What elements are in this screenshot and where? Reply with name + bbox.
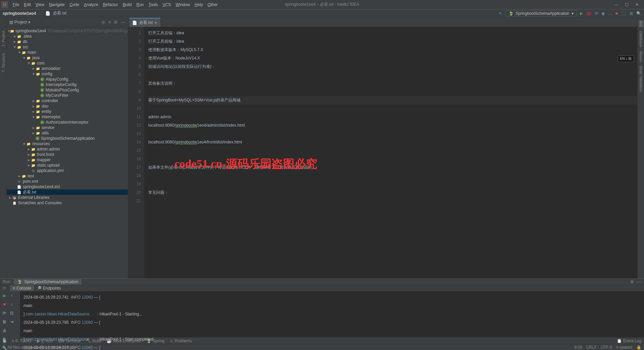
tree-node-config[interactable]: ▾📁config [7, 71, 128, 77]
tree-arrow[interactable]: ▸ [27, 147, 31, 151]
editor-body[interactable]: 123456789101112131415161718192021 code51… [128, 27, 637, 278]
project-toolwindow-tab[interactable]: 1: Project [1, 31, 5, 46]
layout-icon[interactable]: ⬛ [621, 11, 626, 16]
tree-arrow[interactable]: ▸ [27, 158, 31, 162]
close-button[interactable]: ✕ [635, 2, 639, 7]
run-ctrl-r-0[interactable]: ↑ [9, 293, 15, 299]
right-tab-database[interactable]: Database [639, 31, 643, 47]
code-line-13[interactable] [148, 130, 637, 138]
tree-node-db[interactable]: ▸📁db [7, 39, 128, 44]
code-line-21[interactable] [148, 197, 637, 205]
tree-arrow[interactable]: ▸ [32, 109, 36, 114]
tree-arrow[interactable]: ▸ [32, 131, 36, 135]
profiler-icon[interactable]: ◉ [601, 11, 605, 16]
tree-node-pom-xml[interactable]: mpom.xml [7, 179, 128, 184]
menu-analyze[interactable]: Analyze [82, 1, 100, 8]
minimize-button[interactable]: — [614, 2, 618, 7]
tree-node-resources[interactable]: ▾📁resources [7, 141, 128, 146]
right-tab-bean-validation[interactable]: Bean Validation [639, 66, 643, 92]
right-tab-ant[interactable]: Ant [638, 20, 644, 27]
tree-node-SpringbootSchemaApplication[interactable]: CSpringbootSchemaApplication [7, 136, 128, 141]
run-ctrl-4[interactable]: 🖨 [1, 327, 7, 334]
more-icon[interactable]: … [608, 11, 612, 16]
run-tab[interactable]: 🍃 SpringbootSchemaApplication [14, 279, 82, 285]
tree-node-utils[interactable]: ▸📁utils [7, 130, 128, 136]
code-line-20[interactable]: 常见问题： [148, 188, 637, 197]
tree-node-application-yml[interactable]: ⚙application.yml [7, 168, 128, 173]
menu-view[interactable]: View [34, 1, 46, 8]
debug-icon[interactable]: 🐞 [586, 11, 591, 16]
project-tool-1[interactable]: ≡ [108, 20, 111, 25]
code-line-15[interactable] [148, 146, 637, 155]
run-subtab-console[interactable]: ≡Console [10, 285, 34, 291]
tree-node-mapper[interactable]: ▸📁mapper [7, 157, 128, 163]
tree-arrow[interactable]: ▾ [32, 72, 36, 76]
menu-window[interactable]: Window [173, 1, 192, 8]
back-arrow-icon[interactable]: ↖ [499, 11, 502, 16]
code-line-10[interactable] [148, 104, 637, 113]
tree-node-External Libraries[interactable]: ▸📚External Libraries [7, 195, 128, 200]
run-ctrl-1[interactable]: ■ [1, 301, 7, 307]
tree-node-MyCorsFilter[interactable]: CMyCorsFilter [7, 93, 128, 98]
tree-arrow[interactable]: ▾ [22, 55, 26, 60]
code-line-4[interactable]: 使用Vue版本：NodeJsV14.X [148, 54, 637, 62]
tree-node-Scratches and Consoles[interactable]: 📋Scratches and Consoles [7, 200, 128, 206]
menu-help[interactable]: Help [193, 1, 205, 8]
tree-arrow[interactable]: ▸ [8, 195, 12, 200]
structure-toolwindow-tab[interactable]: 7: Structure [1, 53, 5, 72]
run-ctrl-r-1[interactable]: ↓ [9, 301, 15, 307]
tree-arrow[interactable]: ▸ [17, 174, 21, 178]
tree-arrow[interactable]: ▸ [32, 104, 36, 108]
grid-icon[interactable]: ⊞ [630, 11, 633, 16]
menu-build[interactable]: Build [121, 1, 134, 8]
code-line-6[interactable] [148, 71, 637, 79]
tree-node-dao[interactable]: ▸📁dao [7, 103, 128, 109]
code-line-1[interactable]: 打开工具后端：idea [148, 29, 637, 37]
tree-node-MybatisPlusConfig[interactable]: CMybatisPlusConfig [7, 87, 128, 93]
tree-arrow[interactable]: ▸ [32, 125, 36, 130]
run-subtab-endpoints[interactable]: 🔎Endpoints [34, 285, 63, 291]
run-ctrl-2[interactable]: ⟳ [1, 310, 7, 316]
code-line-9[interactable]: 基于SpringBoot+MySQL+SSM+Vue.js的蚕产品商城 [148, 96, 637, 104]
tree-node-service[interactable]: ▸📁service [7, 125, 128, 130]
tree-node-AuthorizationInterceptor[interactable]: CAuthorizationInterceptor [7, 120, 128, 125]
code-line-2[interactable]: 打开工具前端：idea [148, 37, 637, 46]
rerun-icon[interactable]: ⟳ [3, 286, 6, 291]
tree-arrow[interactable]: ▾ [22, 141, 26, 146]
status-item-4[interactable]: 🔒 [636, 345, 641, 350]
bottom-tab-Terminal[interactable]: ⌨Terminal [58, 339, 80, 343]
code-line-16[interactable] [148, 155, 637, 163]
tree-node-entity[interactable]: ▸📁entity [7, 109, 128, 114]
tree-arrow[interactable]: ▸ [32, 66, 36, 71]
project-tool-3[interactable]: — [121, 20, 125, 25]
tree-arrow[interactable]: ▾ [27, 61, 31, 65]
tree-node-main[interactable]: ▾📁main [7, 50, 128, 55]
code-line-3[interactable]: 使用数据库版本：MySQL5.7.X [148, 46, 637, 54]
bottom-tab-Spring[interactable]: 🍃Spring [146, 339, 164, 343]
tree-node-InterceptorConfig[interactable]: CInterceptorConfig [7, 82, 128, 87]
tree-node-test[interactable]: ▸📁test [7, 173, 128, 179]
tree-arrow[interactable]: ▾ [17, 50, 21, 55]
code-line-19[interactable] [148, 180, 637, 188]
tree-node-src[interactable]: ▾📁src [7, 44, 128, 50]
editor-tab[interactable]: 📄 必看.txt × [129, 18, 160, 27]
tree-node-controller[interactable]: ▸📁controller [7, 98, 128, 103]
code-line-8[interactable] [148, 88, 637, 96]
tree-node-java[interactable]: ▾📁java [7, 55, 128, 60]
menu-edit[interactable]: Edit [22, 1, 33, 8]
minimize-panel-icon[interactable]: — [637, 279, 641, 284]
event-log-tab[interactable]: 📋Event Log [617, 339, 641, 343]
search-icon[interactable]: 🔍 [636, 11, 641, 16]
breadcrumb-project[interactable]: springbootw1eo4 [3, 11, 36, 16]
run-ctrl-3[interactable]: ⊞ [1, 319, 7, 325]
bottom-tab-Build[interactable]: 🔨Build [86, 339, 101, 343]
project-panel-title[interactable]: ▤ Project ▾ [9, 20, 30, 25]
language-indicator[interactable]: EN ♪ 简 [618, 55, 634, 62]
bottom-tab-4--Run[interactable]: ▶4: Run [37, 339, 53, 343]
close-tab-icon[interactable]: × [155, 20, 157, 25]
status-item-1[interactable]: CRLF [586, 345, 597, 350]
tree-node-annotation[interactable]: ▸📁annotation [7, 66, 128, 71]
status-item-2[interactable]: UTF-8 [601, 345, 612, 350]
maximize-button[interactable]: ☐ [625, 2, 629, 7]
tree-node-springbootw1eo4-iml[interactable]: 📄springbootw1eo4.iml [7, 184, 128, 189]
